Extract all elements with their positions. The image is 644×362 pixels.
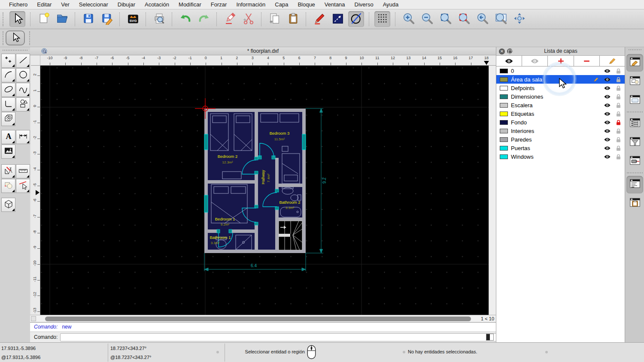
layer-lock-icon[interactable] — [614, 85, 623, 91]
menu-item[interactable]: Editar — [32, 1, 56, 8]
shapes-tool-button[interactable] — [16, 97, 30, 112]
layer-row[interactable]: Interiores — [496, 127, 625, 135]
layer-color-swatch[interactable] — [500, 77, 508, 82]
layer-color-swatch[interactable] — [500, 146, 508, 151]
menu-item[interactable]: Bloque — [293, 1, 319, 8]
menu-item[interactable]: Información — [231, 1, 270, 8]
command-input[interactable] — [60, 333, 514, 341]
save-button[interactable] — [80, 11, 96, 27]
menu-item[interactable]: Diverso — [350, 1, 378, 8]
command-line-dock-button[interactable] — [626, 176, 643, 193]
zoom-in-button[interactable] — [401, 11, 416, 27]
layer-lock-icon[interactable] — [614, 111, 623, 117]
menu-item[interactable]: Ayuda — [378, 1, 404, 8]
zoom-auto-button[interactable] — [437, 11, 453, 27]
dimension-tool-button[interactable] — [16, 130, 30, 144]
layer-edit-icon[interactable] — [592, 76, 600, 83]
show-all-layers-icon[interactable] — [496, 56, 522, 66]
open-file-button[interactable] — [54, 11, 70, 27]
zoom-selection-button[interactable] — [456, 11, 472, 27]
vertical-scrollbar[interactable] — [489, 66, 496, 315]
layer-color-swatch[interactable] — [500, 103, 508, 108]
layer-visibility-icon[interactable] — [603, 76, 611, 83]
grid-toggle-button[interactable] — [374, 11, 390, 27]
layer-visibility-icon[interactable] — [603, 94, 611, 100]
layer-color-swatch[interactable] — [500, 129, 508, 133]
selection-filter-dock-button[interactable] — [626, 134, 643, 151]
scrollbar-button[interactable] — [31, 316, 36, 321]
library-browser-dock-button[interactable] — [626, 92, 643, 109]
menu-item[interactable]: Ventana — [320, 1, 350, 8]
menu-item[interactable]: Dibujar — [113, 1, 140, 8]
pen-options-dock-button[interactable] — [626, 153, 643, 170]
close-icon[interactable]: ✕ — [499, 48, 505, 54]
layer-visibility-icon[interactable] — [603, 136, 611, 143]
order-tool-button[interactable] — [1, 179, 15, 193]
eraser-button[interactable] — [222, 11, 238, 27]
document-title-bar[interactable]: * floorplan.dxf — [30, 47, 496, 55]
circle-tool-button[interactable] — [16, 68, 30, 82]
line-tool-button[interactable] — [16, 54, 30, 68]
horizontal-scrollbar[interactable]: 1 < 10 — [30, 315, 496, 322]
layer-visibility-icon[interactable] — [603, 145, 611, 151]
undo-button[interactable] — [177, 11, 193, 27]
toolbar-drag-handle[interactable] — [3, 31, 6, 45]
isometric-tool-button[interactable] — [1, 198, 15, 212]
dock-drag-handle[interactable] — [629, 49, 641, 50]
copy-button[interactable] — [267, 11, 283, 27]
layer-color-swatch[interactable] — [500, 94, 508, 99]
layer-row[interactable]: Fondo — [496, 118, 625, 127]
layer-color-swatch[interactable] — [500, 69, 508, 73]
layer-lock-icon[interactable] — [614, 68, 623, 74]
print-preview-button[interactable] — [151, 11, 167, 27]
zoom-window-button[interactable] — [493, 11, 509, 27]
polyline-arrow-button[interactable] — [330, 11, 346, 27]
layer-visibility-icon[interactable] — [603, 154, 611, 160]
layer-row[interactable]: Windows — [496, 152, 625, 161]
layer-row[interactable]: Área da sala — [496, 75, 625, 84]
paste-button[interactable] — [285, 11, 301, 27]
points-tool-button[interactable] — [1, 54, 15, 68]
ellipse-tool-button[interactable] — [1, 83, 15, 97]
layer-lock-icon[interactable] — [614, 119, 623, 126]
menu-item[interactable]: Modificar — [174, 1, 206, 8]
text-tool-button[interactable]: A — [1, 130, 15, 144]
save-as-button[interactable] — [99, 11, 115, 27]
palette-drag-handle[interactable] — [3, 50, 27, 51]
image-tool-button[interactable] — [1, 145, 15, 159]
select-arrow-button[interactable] — [9, 11, 25, 27]
layer-list-dock-button[interactable] — [626, 54, 643, 72]
layer-lock-icon[interactable] — [614, 94, 623, 100]
remove-layer-icon[interactable] — [574, 56, 600, 66]
modify-tool-button[interactable] — [1, 164, 15, 178]
property-editor-dock-button[interactable] — [626, 115, 643, 133]
menu-item[interactable]: Capa — [270, 1, 293, 8]
zoom-out-button[interactable] — [419, 11, 435, 27]
toolbar-drag-handle[interactable] — [29, 31, 32, 45]
polyline-tool-button[interactable] — [1, 97, 15, 112]
layer-visibility-icon[interactable] — [603, 128, 611, 134]
menu-item[interactable]: Seleccionar — [74, 1, 113, 8]
hide-all-layers-icon[interactable] — [522, 56, 548, 66]
svg-export-button[interactable]: SVG — [125, 11, 141, 27]
layer-visibility-icon[interactable] — [603, 85, 611, 91]
hatch-tool-button[interactable] — [1, 112, 15, 126]
circle-line-button[interactable] — [348, 11, 364, 27]
layer-row[interactable]: Defpoints — [496, 84, 625, 92]
layer-row[interactable]: Dimensiones — [496, 92, 625, 101]
layer-row[interactable]: Puertas — [496, 144, 625, 152]
layer-lock-icon[interactable] — [614, 128, 623, 134]
cut-button[interactable] — [240, 11, 256, 27]
edit-layer-icon[interactable] — [600, 56, 625, 66]
layer-visibility-icon[interactable] — [603, 68, 611, 74]
layer-lock-icon[interactable] — [614, 136, 623, 143]
measure-tool-button[interactable] — [16, 164, 30, 178]
menu-item[interactable]: Fichero — [4, 1, 32, 8]
layer-row[interactable]: Escalera — [496, 101, 625, 109]
draw-pen-button[interactable] — [311, 11, 327, 27]
spline-tool-button[interactable] — [16, 83, 30, 97]
layer-lock-icon[interactable] — [614, 145, 623, 151]
layer-visibility-icon[interactable] — [603, 111, 611, 117]
layer-color-swatch[interactable] — [500, 112, 508, 116]
arc-tool-button[interactable] — [1, 68, 15, 82]
